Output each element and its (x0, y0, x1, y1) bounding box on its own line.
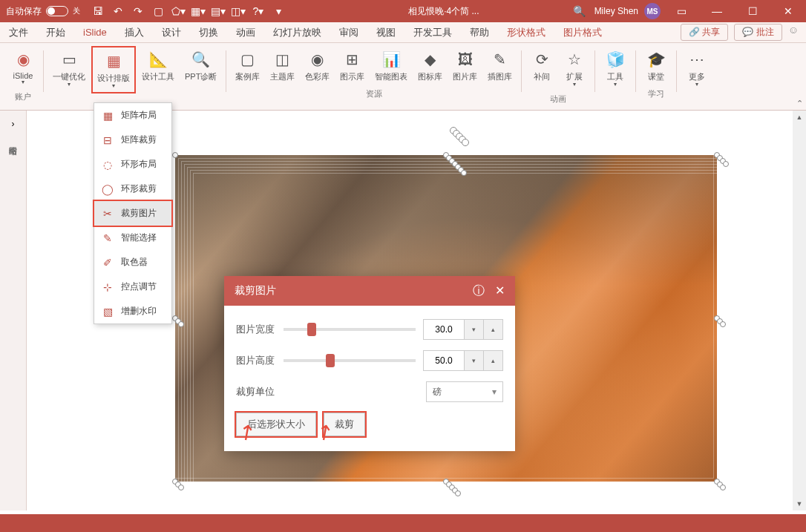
diagram-lib-button[interactable]: ⊞图示库 (335, 46, 369, 85)
illust-lib-button[interactable]: ✎插图库 (483, 46, 517, 85)
diagram-icon: ⊞ (342, 49, 363, 70)
handle-icon: ⊹ (102, 281, 114, 293)
menu-eyedropper[interactable]: ✐取色器 (94, 250, 171, 275)
width-input[interactable] (423, 319, 465, 340)
ring-layout-icon: ◌ (102, 159, 114, 171)
matrix-crop-icon: ⊟ (102, 134, 114, 146)
tab-view[interactable]: 视图 (367, 22, 404, 43)
user-name: Miley Shen (594, 6, 638, 16)
ribbon: ◉iSlide▾ 账户 ▭一键优化▾ ▦设计排版▾ 📐设计工具 🔍PPT诊断 ▢… (0, 43, 806, 111)
tab-help[interactable]: 帮助 (461, 22, 498, 43)
onekey-icon: ▭ (59, 49, 79, 70)
ribbon-options-icon[interactable]: ▭ (666, 0, 696, 22)
qat-overflow-icon[interactable]: ▾ (269, 2, 287, 20)
tab-review[interactable]: 审阅 (330, 22, 367, 43)
theme-lib-button[interactable]: ◫主题库 (266, 46, 299, 85)
tools-button[interactable]: 🧊工具▾ (600, 46, 631, 91)
document-title: 相见恨晚·4个简 ... (287, 5, 571, 18)
thumbnail-panel: › 缩略图 (0, 111, 27, 510)
tween-button[interactable]: ⟳补间 (526, 46, 557, 91)
smartchart-button[interactable]: 📊智能图表 (370, 46, 412, 85)
shape-dropdown-icon[interactable]: ⬠▾ (169, 2, 187, 20)
menu-smart-select[interactable]: ✎智能选择 (94, 226, 171, 250)
tween-icon: ⟳ (531, 49, 552, 70)
dialog-titlebar[interactable]: 裁剪图片 ⓘ ✕ (224, 276, 515, 306)
autosave-toggle[interactable]: 自动保存 关 (0, 5, 86, 18)
help-icon[interactable]: ⓘ (473, 283, 485, 299)
design-layout-button[interactable]: ▦设计排版▾ (91, 46, 136, 93)
more-icon: ⋯ (687, 49, 707, 70)
design-layout-menu: ▦矩阵布局 ⊟矩阵裁剪 ◌环形布局 ◯环形裁剪 ✂裁剪图片 ✎智能选择 ✐取色器… (94, 102, 172, 324)
design-tool-button[interactable]: 📐设计工具 (137, 46, 179, 93)
icon-lib-button[interactable]: ◆图标库 (413, 46, 447, 85)
tab-insert[interactable]: 插入 (116, 22, 153, 43)
tab-design[interactable]: 设计 (153, 22, 190, 43)
course-icon: 🎓 (646, 49, 666, 70)
scroll-up-icon[interactable]: ▲ (793, 111, 806, 124)
tab-file[interactable]: 文件 (0, 22, 37, 43)
menu-ring-crop[interactable]: ◯环形裁剪 (94, 177, 171, 201)
menu-matrix-crop[interactable]: ⊟矩阵裁剪 (94, 128, 171, 152)
course-button[interactable]: 🎓课堂 (640, 46, 672, 85)
width-up-button[interactable]: ▴ (484, 319, 503, 340)
extend-button[interactable]: ☆扩展▾ (559, 46, 590, 91)
menu-watermark[interactable]: ▧增删水印 (94, 299, 171, 324)
autosave-label: 自动保存 (6, 5, 42, 18)
case-lib-button[interactable]: ▢案例库 (231, 46, 264, 85)
tab-home[interactable]: 开始 (37, 22, 74, 43)
menu-ring-layout[interactable]: ◌环形布局 (94, 152, 171, 177)
ring-crop-icon: ◯ (102, 183, 114, 195)
toggle-switch[interactable] (46, 6, 68, 16)
present-icon[interactable]: ▢ (149, 2, 167, 20)
tab-transitions[interactable]: 切换 (190, 22, 227, 43)
menu-handle-adjust[interactable]: ⊹控点调节 (94, 275, 171, 299)
smiley-icon[interactable]: ☺ (788, 24, 799, 41)
save-icon[interactable]: 🖫 (89, 2, 107, 20)
photo-lib-button[interactable]: 🖼图片库 (448, 46, 482, 85)
comment-button[interactable]: 💬 批注 (734, 24, 782, 41)
share-button[interactable]: 🔗 共享 (681, 24, 728, 41)
grid-dropdown-icon[interactable]: ▦▾ (189, 2, 207, 20)
expand-panel-icon[interactable]: › (6, 116, 21, 131)
close-icon[interactable]: ✕ (773, 0, 803, 22)
help-dropdown-icon[interactable]: ?▾ (249, 2, 267, 20)
redo-icon[interactable]: ↷ (129, 2, 147, 20)
color-lib-button[interactable]: ◉色彩库 (301, 46, 334, 85)
resize-handle[interactable] (172, 152, 178, 158)
dialog-close-icon[interactable]: ✕ (495, 283, 505, 299)
tab-islide[interactable]: iSlide (74, 22, 116, 43)
tab-animations[interactable]: 动画 (227, 22, 264, 43)
tab-developer[interactable]: 开发工具 (404, 22, 461, 43)
menu-matrix-layout[interactable]: ▦矩阵布局 (94, 103, 171, 128)
islide-button[interactable]: ◉iSlide▾ (7, 46, 39, 88)
width-slider[interactable] (284, 328, 416, 331)
more-button[interactable]: ⋯更多▾ (681, 46, 712, 91)
group-anim: 动画 (550, 91, 566, 109)
group-tools (615, 91, 617, 107)
width-down-button[interactable]: ▾ (465, 319, 484, 340)
undo-icon[interactable]: ↶ (109, 2, 127, 20)
layout-dropdown-icon[interactable]: ▤▾ (209, 2, 227, 20)
unit-select[interactable]: 磅 (426, 381, 503, 402)
collapse-ribbon-icon[interactable]: ⌃ (796, 99, 803, 108)
menu-crop-image[interactable]: ✂裁剪图片 (93, 200, 173, 227)
user-avatar[interactable]: MS (644, 3, 661, 19)
case-icon: ▢ (237, 49, 258, 70)
tab-shape-format[interactable]: 形状格式 (498, 22, 554, 43)
ppt-diag-button[interactable]: 🔍PPT诊断 (180, 46, 221, 93)
illust-icon: ✎ (490, 49, 511, 70)
smart-select-icon: ✎ (102, 232, 114, 244)
search-icon[interactable]: 🔍 (571, 2, 589, 20)
height-slider[interactable] (284, 359, 416, 362)
minimize-icon[interactable]: — (702, 0, 732, 22)
tab-slideshow[interactable]: 幻灯片放映 (264, 22, 330, 43)
height-up-button[interactable]: ▴ (484, 350, 503, 371)
height-input[interactable] (423, 350, 465, 371)
tool-dropdown-icon[interactable]: ◫▾ (229, 2, 247, 20)
tab-picture-format[interactable]: 图片格式 (554, 22, 611, 43)
height-down-button[interactable]: ▾ (465, 350, 484, 371)
vertical-scrollbar[interactable]: ▲ ▼ (793, 111, 806, 510)
onekey-button[interactable]: ▭一键优化▾ (48, 46, 90, 93)
maximize-icon[interactable]: ☐ (738, 0, 767, 22)
scroll-down-icon[interactable]: ▼ (793, 497, 806, 510)
